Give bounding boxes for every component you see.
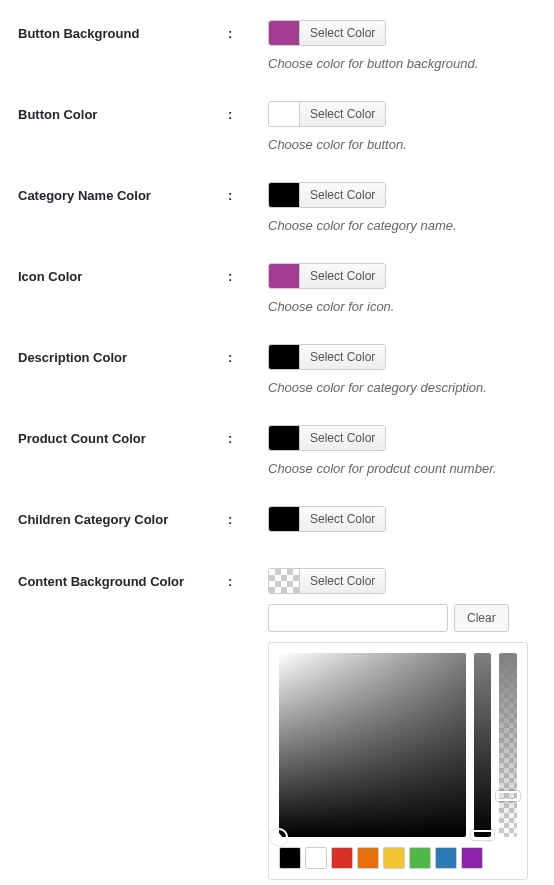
label-button-color: Button Color [18,101,228,122]
palette-swatch[interactable] [331,847,353,869]
select-color-button[interactable]: Select Color [299,264,385,288]
color-picker-icon-color[interactable]: Select Color [268,263,386,289]
select-color-button[interactable]: Select Color [299,345,385,369]
label-icon-color: Icon Color [18,263,228,284]
clear-button[interactable]: Clear [454,604,509,632]
field-content-background-color: Content Background Color : Select Color … [18,568,536,880]
hex-input-row: Clear [268,604,536,632]
color-picker-panel [268,642,528,880]
colon: : [228,568,268,589]
label-product-count-color: Product Count Color [18,425,228,446]
field-description-color: Description Color : Select Color Choose … [18,344,536,413]
palette-swatch[interactable] [409,847,431,869]
colon: : [228,20,268,41]
color-swatch [269,183,299,207]
color-swatch [269,507,299,531]
colon: : [228,182,268,203]
color-picker-category-name-color[interactable]: Select Color [268,182,386,208]
field-icon-color: Icon Color : Select Color Choose color f… [18,263,536,332]
label-button-background: Button Background [18,20,228,41]
color-swatch [269,345,299,369]
label-children-category-color: Children Category Color [18,506,228,527]
color-picker-children-category-color[interactable]: Select Color [268,506,386,532]
field-description: Choose color for icon. [268,299,536,314]
palette-row [279,847,517,869]
alpha-slider-handle[interactable] [496,791,520,801]
select-color-button[interactable]: Select Color [299,507,385,531]
color-swatch [269,264,299,288]
select-color-button[interactable]: Select Color [299,102,385,126]
field-button-color: Button Color : Select Color Choose color… [18,101,536,170]
color-swatch [269,426,299,450]
palette-swatch[interactable] [357,847,379,869]
palette-swatch[interactable] [461,847,483,869]
colon: : [228,425,268,446]
colon: : [228,101,268,122]
select-color-button[interactable]: Select Color [299,569,385,593]
palette-swatch[interactable] [435,847,457,869]
select-color-button[interactable]: Select Color [299,183,385,207]
color-picker-content-background-color[interactable]: Select Color [268,568,386,594]
color-swatch [269,21,299,45]
color-swatch-transparent [269,569,299,593]
color-picker-product-count-color[interactable]: Select Color [268,425,386,451]
color-picker-button-background[interactable]: Select Color [268,20,386,46]
label-category-name-color: Category Name Color [18,182,228,203]
hex-input[interactable] [268,604,448,632]
palette-swatch[interactable] [305,847,327,869]
select-color-button[interactable]: Select Color [299,426,385,450]
color-swatch [269,102,299,126]
field-product-count-color: Product Count Color : Select Color Choos… [18,425,536,494]
field-description: Choose color for prodcut count number. [268,461,536,476]
hue-slider-handle[interactable] [471,830,495,840]
hue-strip[interactable] [474,653,492,837]
color-picker-description-color[interactable]: Select Color [268,344,386,370]
field-description: Choose color for category name. [268,218,536,233]
colon: : [228,263,268,284]
field-children-category-color: Children Category Color : Select Color [18,506,536,534]
saturation-box[interactable] [279,653,466,837]
field-button-background: Button Background : Select Color Choose … [18,20,536,89]
saturation-cursor-icon[interactable] [270,828,288,846]
field-description: Choose color for button. [268,137,536,152]
colon: : [228,344,268,365]
palette-swatch[interactable] [279,847,301,869]
palette-swatch[interactable] [383,847,405,869]
field-description: Choose color for button background. [268,56,536,71]
colon: : [228,506,268,527]
select-color-button[interactable]: Select Color [299,21,385,45]
color-picker-button-color[interactable]: Select Color [268,101,386,127]
field-category-name-color: Category Name Color : Select Color Choos… [18,182,536,251]
label-description-color: Description Color [18,344,228,365]
alpha-strip[interactable] [499,653,517,837]
label-content-background-color: Content Background Color [18,568,228,589]
field-description: Choose color for category description. [268,380,536,395]
